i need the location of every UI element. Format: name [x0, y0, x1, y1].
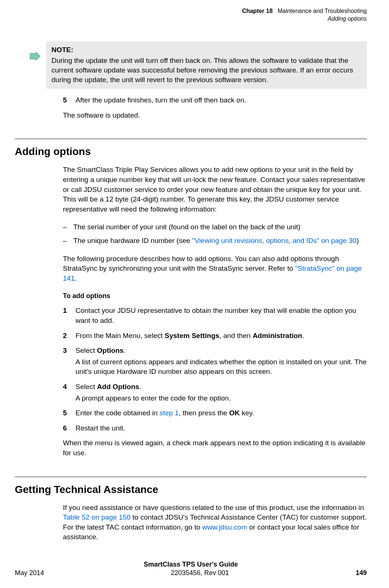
assistance-paragraph: If you need assistance or have questions… — [63, 503, 367, 542]
text-fragment: . — [139, 383, 141, 391]
bullet-text: The serial number of your unit (found on… — [73, 222, 301, 232]
step-1: 1 Contact your JDSU representative to ob… — [63, 306, 367, 325]
ui-term: Administration — [252, 332, 302, 339]
step-4: 4 Select Add Options. A prompt appears t… — [63, 382, 367, 403]
text-fragment: Select — [76, 383, 97, 391]
page-number: 149 — [356, 569, 367, 577]
svg-marker-0 — [30, 52, 40, 61]
text-fragment: . — [75, 274, 77, 282]
text-fragment: From the Main Menu, select — [76, 332, 165, 339]
step-result: A prompt appears to enter the code for t… — [76, 393, 367, 403]
note-heading: NOTE: — [51, 45, 362, 55]
text-fragment: The unique hardware ID number (see — [73, 237, 192, 244]
step-number: 3 — [63, 346, 76, 377]
step-number: 2 — [63, 331, 76, 341]
procedure-heading: To add options — [63, 291, 367, 301]
page-footer: SmartClass TPS User's Guide May 2014 220… — [15, 561, 367, 577]
text-fragment: ) — [356, 237, 359, 244]
heading-adding-options: Adding options — [15, 146, 367, 158]
step-number: 4 — [63, 382, 76, 403]
ui-term: System Settings — [165, 332, 219, 339]
section-divider — [15, 477, 367, 477]
chapter-line: Chapter 18 Maintenance and Troubleshooti… — [15, 7, 367, 15]
step-text: Select Add Options. A prompt appears to … — [76, 382, 367, 403]
text-fragment: , and then — [219, 332, 253, 339]
text-fragment: key. — [240, 409, 254, 417]
step-5: 5 Enter the code obtained in step 1, the… — [63, 408, 367, 418]
step-text: Restart the unit. — [76, 423, 367, 433]
list-item: – The serial number of your unit (found … — [63, 222, 367, 232]
step-number: 5 — [63, 95, 76, 105]
step-text: From the Main Menu, select System Settin… — [76, 331, 367, 341]
bullet-text: The unique hardware ID number (see "View… — [73, 236, 359, 246]
text-fragment: . — [302, 332, 304, 339]
adding-follow: The following procedure describes how to… — [63, 254, 367, 284]
note-arrow-icon — [29, 52, 41, 61]
step-6: 6 Restart the unit. — [63, 423, 367, 433]
xref-link[interactable]: Table 52 on page 150 — [63, 513, 131, 521]
note-callout: NOTE: During the update the unit will tu… — [46, 41, 367, 89]
step-text: Select Options. A list of current option… — [76, 346, 367, 377]
adding-options-body: The SmartClass Triple Play Services allo… — [63, 165, 367, 458]
step-3: 3 Select Options. A list of current opti… — [63, 346, 367, 377]
header-section: Adding options — [15, 15, 367, 23]
bullet-dash: – — [63, 222, 73, 232]
xref-link[interactable]: "Viewing unit revisions, options, and ID… — [192, 237, 356, 244]
text-fragment: . — [124, 347, 125, 354]
footer-docid: 22035456, Rev 001 — [44, 569, 356, 577]
chapter-title-text: Maintenance and Troubleshooting — [278, 8, 367, 14]
step-number: 6 — [63, 423, 76, 433]
ui-term: OK — [229, 409, 240, 417]
step-2: 2 From the Main Menu, select System Sett… — [63, 331, 367, 341]
requirements-list: – The serial number of your unit (found … — [63, 222, 367, 246]
chapter-title — [274, 8, 278, 14]
update-closing: The software is updated. — [63, 111, 367, 121]
chapter-number: Chapter 18 — [242, 8, 273, 14]
text-fragment: If you need assistance or have questions… — [63, 504, 364, 511]
note-body: During the update the unit will turn off… — [51, 56, 362, 84]
section-divider — [15, 139, 367, 139]
url-link[interactable]: www.jdsu.com — [202, 523, 247, 531]
step-number: 5 — [63, 408, 76, 418]
technical-assistance-body: If you need assistance or have questions… — [63, 503, 367, 542]
ui-term: Add Options — [97, 383, 139, 391]
step-text: Enter the code obtained in step 1, then … — [76, 408, 367, 418]
heading-technical-assistance: Getting Technical Assistance — [15, 484, 367, 496]
text-fragment: , then press the — [179, 409, 229, 417]
page-header: Chapter 18 Maintenance and Troubleshooti… — [15, 7, 367, 23]
xref-link[interactable]: step 1 — [160, 409, 179, 417]
footer-row: May 2014 22035456, Rev 001 149 — [15, 569, 367, 577]
adding-closing: When the menu is viewed again, a check m… — [63, 438, 367, 458]
step-number: 1 — [63, 306, 76, 325]
footer-doc-title: SmartClass TPS User's Guide — [15, 561, 367, 568]
step-5-update: 5 After the update finishes, turn the un… — [63, 95, 367, 105]
step-result: A list of current options appears and in… — [76, 357, 367, 377]
list-item: – The unique hardware ID number (see "Vi… — [63, 236, 367, 246]
text-fragment: Select — [76, 347, 97, 354]
bullet-dash: – — [63, 236, 73, 246]
step-text: After the update finishes, turn the unit… — [76, 95, 367, 105]
footer-date: May 2014 — [15, 569, 44, 577]
step-text: Contact your JDSU representative to obta… — [76, 306, 367, 325]
ui-term: Options — [97, 347, 124, 354]
text-fragment: Enter the code obtained in — [76, 409, 160, 417]
top-content: 5 After the update finishes, turn the un… — [63, 95, 367, 120]
adding-intro: The SmartClass Triple Play Services allo… — [63, 165, 367, 214]
